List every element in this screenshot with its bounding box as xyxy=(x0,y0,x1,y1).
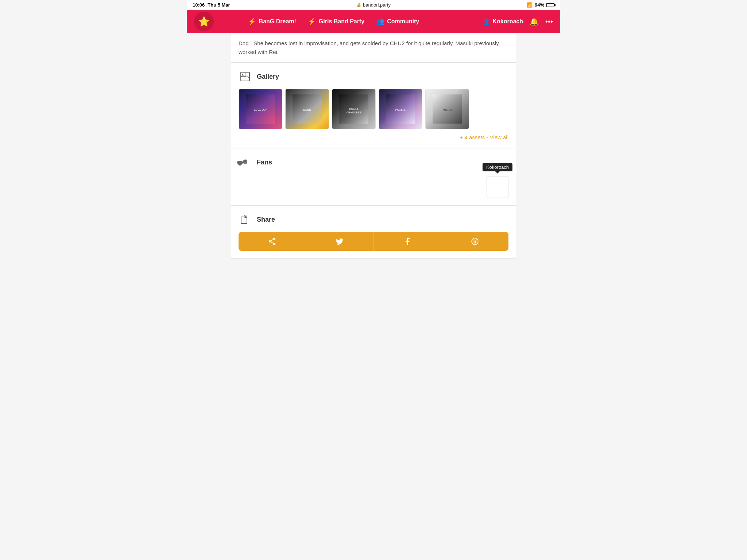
share-section: Share xyxy=(231,206,516,258)
bell-icon[interactable]: 🔔 xyxy=(530,17,539,26)
time: 10:06 xyxy=(193,2,205,8)
svg-text:ROCK&: ROCK& xyxy=(349,108,359,110)
navbar: ⭐ ⚡ BanG Dream! ⚡ Girls Band Party 👥 Com… xyxy=(187,10,560,33)
gallery-item-5[interactable]: MONO xyxy=(425,89,469,129)
logo-star-icon: ⭐ xyxy=(198,16,210,27)
fan-avatar-area: Kokoroach xyxy=(239,175,508,198)
lock-icon: 🔒 xyxy=(356,3,361,7)
navbar-links: ⚡ BanG Dream! ⚡ Girls Band Party 👥 Commu… xyxy=(226,18,419,26)
gallery-item-3[interactable]: ROCK& CRAZINESS xyxy=(332,89,376,129)
svg-line-19 xyxy=(271,240,274,241)
svg-text:BAND: BAND xyxy=(303,108,311,112)
site-logo[interactable]: ⭐ xyxy=(194,12,214,31)
nav-community[interactable]: 👥 Community xyxy=(376,18,419,26)
share-reddit-button[interactable]: r/ xyxy=(441,232,508,251)
share-header: Share xyxy=(239,213,508,226)
svg-point-17 xyxy=(273,243,275,245)
svg-point-16 xyxy=(269,240,271,242)
gallery-title: Gallery xyxy=(257,73,279,81)
svg-point-2 xyxy=(242,74,243,75)
gallery-item-1[interactable]: GALAXY xyxy=(239,89,282,129)
nav-bangdream[interactable]: ⚡ BanG Dream! xyxy=(248,18,296,26)
username: Kokoroach xyxy=(492,18,523,25)
svg-line-18 xyxy=(271,242,274,244)
battery-icon xyxy=(546,3,554,7)
fan-avatar-wrapper: Kokoroach xyxy=(487,176,508,198)
main-content: Dog". She becomes lost in improvisation,… xyxy=(231,33,516,258)
status-bar-center: 🔒 bandori.party xyxy=(356,2,391,8)
gallery-header: Gallery xyxy=(239,70,508,83)
gallery-section: Gallery GALAXY xyxy=(231,63,516,148)
nav-bangdream-label: BanG Dream! xyxy=(259,18,296,25)
view-all-link[interactable]: + 4 assets - View all xyxy=(239,134,508,141)
fans-section: Fans Kokoroach xyxy=(231,148,516,206)
bangdream-icon: ⚡ xyxy=(248,18,256,26)
nav-girlsbandparty[interactable]: ⚡ Girls Band Party xyxy=(308,18,364,26)
description-text: Dog". She becomes lost in improvisation,… xyxy=(231,33,516,63)
fans-header: Fans xyxy=(239,156,508,169)
fans-title: Fans xyxy=(257,159,272,166)
share-twitter-button[interactable] xyxy=(306,232,374,251)
status-bar: 10:06 Thu 5 Mar 🔒 bandori.party 📶 94% xyxy=(187,0,560,10)
svg-text:CRAZINESS: CRAZINESS xyxy=(347,111,361,114)
gallery-grid: GALAXY BAND xyxy=(239,89,508,129)
gallery-item-2[interactable]: BAND xyxy=(285,89,329,129)
gallery-item-4[interactable]: PASTEL xyxy=(379,89,422,129)
more-icon[interactable]: ••• xyxy=(545,18,553,26)
share-buttons: r/ xyxy=(239,232,508,251)
fan-tooltip: Kokoroach xyxy=(483,163,512,171)
date: Thu 5 Mar xyxy=(208,2,230,8)
wifi-icon: 📶 xyxy=(527,2,533,8)
nav-girlsbandparty-label: Girls Band Party xyxy=(319,18,364,25)
description-body: Dog". She becomes lost in improvisation,… xyxy=(239,40,499,55)
user-icon: 👤 xyxy=(483,18,490,25)
gallery-icon xyxy=(239,70,252,83)
status-bar-left: 10:06 Thu 5 Mar xyxy=(193,2,230,8)
fan-avatar[interactable] xyxy=(487,176,508,198)
svg-point-15 xyxy=(273,238,275,240)
svg-text:GALAXY: GALAXY xyxy=(254,108,267,112)
community-icon: 👥 xyxy=(376,18,384,26)
battery-percentage: 94% xyxy=(535,2,544,8)
share-generic-button[interactable] xyxy=(239,232,306,251)
girlsbandparty-icon: ⚡ xyxy=(308,18,316,26)
svg-text:r/: r/ xyxy=(473,239,476,244)
svg-text:PASTEL: PASTEL xyxy=(395,108,406,112)
view-all-text[interactable]: + 4 assets - View all xyxy=(460,134,508,140)
svg-text:MONO: MONO xyxy=(443,108,452,112)
user-menu[interactable]: 👤 Kokoroach xyxy=(483,18,523,25)
share-facebook-button[interactable] xyxy=(374,232,441,251)
fans-icon xyxy=(239,156,252,169)
share-icon xyxy=(239,213,252,226)
share-title: Share xyxy=(257,216,275,223)
navbar-right: 👤 Kokoroach 🔔 ••• xyxy=(483,17,553,26)
status-bar-right: 📶 94% xyxy=(527,2,554,8)
url: bandori.party xyxy=(363,2,391,8)
nav-community-label: Community xyxy=(387,18,419,25)
